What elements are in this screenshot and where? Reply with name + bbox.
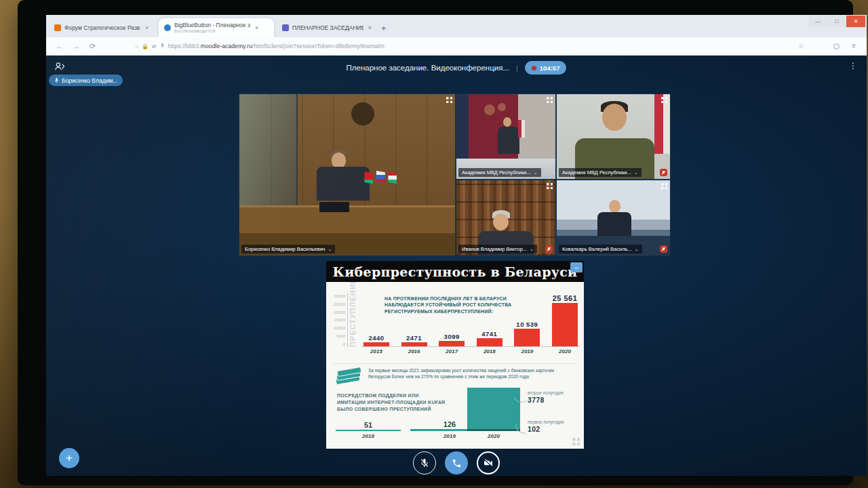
screen: Форум Стратегическое Разв... × BigBlueBu… bbox=[46, 15, 867, 476]
flag-russia bbox=[376, 171, 385, 183]
flag-belarus bbox=[364, 171, 373, 184]
fullscreen-icon[interactable] bbox=[547, 97, 553, 103]
extension-icon[interactable]: ⇄ bbox=[152, 43, 157, 49]
annotation-label: второе полугодие bbox=[528, 390, 564, 395]
back-button[interactable]: ← bbox=[56, 42, 63, 50]
tv-monitor-bezel: Форум Стратегическое Разв... × BigBlueBu… bbox=[18, 0, 853, 485]
tab-title: Форум Стратегическое Разв... bbox=[64, 24, 140, 31]
chevron-down-icon: ⌄ bbox=[534, 170, 538, 176]
annotation-value: 102 bbox=[528, 425, 564, 434]
annotation-label: первое полугодие bbox=[528, 420, 564, 424]
browser-tab-bar: Форум Стратегическое Разв... × BigBlueBu… bbox=[46, 15, 867, 37]
tab-close-icon[interactable]: × bbox=[368, 24, 372, 31]
window-maximize-button[interactable]: □ bbox=[827, 16, 846, 27]
person-head bbox=[609, 200, 620, 213]
options-kebab-menu[interactable]: ⋮ bbox=[849, 61, 857, 70]
mute-button[interactable] bbox=[413, 451, 436, 474]
kufar-annotation-h1: первое полугодие 102 bbox=[528, 420, 564, 434]
glass-partition bbox=[239, 94, 298, 210]
url-domain: moodle-academy.ru bbox=[201, 43, 252, 49]
person-head bbox=[332, 152, 346, 169]
y-axis-ticks: 300002500020000150001000050000 bbox=[329, 294, 345, 346]
site-info-icon[interactable]: ○ bbox=[135, 43, 138, 49]
fullscreen-icon[interactable] bbox=[446, 97, 452, 103]
bbb-app: Пленарное заседание. Видеоконференция...… bbox=[46, 56, 867, 476]
slide-fullscreen-icon[interactable] bbox=[572, 438, 580, 445]
chevron-down-icon: ⌄ bbox=[530, 247, 534, 252]
card-fraud-text: За первые месяцы 2021 зафиксирован рост … bbox=[368, 367, 576, 380]
bar-group: 25 5612020 bbox=[550, 294, 580, 346]
fullscreen-icon[interactable] bbox=[547, 183, 553, 189]
fullscreen-icon[interactable] bbox=[661, 97, 667, 103]
person-body bbox=[597, 212, 631, 238]
mic-permission-icon[interactable] bbox=[160, 43, 165, 50]
presentation-area: Киберпреступность в Беларуси – 300002500… bbox=[326, 261, 584, 449]
minimize-presentation-button[interactable]: – bbox=[570, 262, 583, 272]
muted-mic-icon bbox=[660, 169, 667, 176]
recording-time: 104:57 bbox=[540, 64, 560, 72]
video-user-name: Иванов Владимир Виктор... bbox=[462, 246, 527, 252]
cybercrime-chart: 300002500020000150001000050000 ПРЕСТУПЛЕ… bbox=[329, 285, 580, 361]
video-user-label[interactable]: Ковалкарь Валерий Василь... ⌄ bbox=[559, 245, 642, 253]
tab-close-icon[interactable]: × bbox=[255, 24, 258, 31]
video-user-label[interactable]: Академия МВД Республики... ⌄ bbox=[559, 168, 642, 177]
video-tile-borisenko[interactable]: Борисенко Владимир Васильевич ⌄ bbox=[239, 94, 455, 256]
actions-plus-button[interactable]: + bbox=[59, 448, 79, 468]
talking-indicator[interactable]: Борисенко Владим... bbox=[49, 75, 123, 86]
slide-content: 300002500020000150001000050000 ПРЕСТУПЛЕ… bbox=[326, 282, 584, 449]
chevron-down-icon: ⌄ bbox=[328, 247, 332, 252]
recording-dot-icon bbox=[532, 66, 536, 70]
url-path: /html5client/join?sessionToken=difeBemy9… bbox=[252, 43, 384, 49]
backdrop-emblem bbox=[484, 104, 495, 115]
chevron-down-icon: ⌄ bbox=[635, 247, 639, 252]
kufar-column: 2020 bbox=[467, 387, 520, 431]
slide-title: Киберпреступность в Беларуси bbox=[333, 264, 578, 279]
person-head bbox=[493, 214, 509, 230]
refresh-button[interactable]: ⟳ bbox=[90, 42, 96, 51]
bar-group: 24402015 bbox=[361, 334, 391, 346]
person-head bbox=[503, 117, 511, 127]
video-user-label[interactable]: Борисенко Владимир Васильевич ⌄ bbox=[241, 245, 335, 253]
window-close-button[interactable]: ✕ bbox=[846, 16, 865, 27]
tab-close-icon[interactable]: × bbox=[145, 24, 149, 31]
video-tile-kovalkar[interactable]: Ковалкарь Валерий Василь... ⌄ bbox=[557, 180, 670, 256]
header-divider: | bbox=[516, 64, 518, 72]
bar-group: 24712016 bbox=[399, 334, 429, 346]
person-head bbox=[602, 104, 627, 131]
bookmark-star-icon[interactable]: ☆ bbox=[798, 42, 804, 49]
forward-button[interactable]: → bbox=[73, 42, 80, 50]
recording-indicator[interactable]: 104:57 bbox=[525, 61, 567, 75]
video-tile-ivanov[interactable]: Иванов Владимир Виктор... ⌄ bbox=[456, 180, 555, 256]
url-text: https://bbb3.moodle-academy.ru/html5clie… bbox=[168, 43, 384, 49]
leave-audio-button[interactable] bbox=[445, 451, 468, 474]
kufar-column: 512018 bbox=[336, 421, 401, 431]
video-user-label[interactable]: Иванов Владимир Виктор... ⌄ bbox=[458, 245, 537, 253]
video-tile-academy-1[interactable]: Академия МВД Республики... ⌄ bbox=[456, 94, 555, 179]
y-axis-line bbox=[347, 293, 348, 347]
y-axis-label: ПРЕСТУПЛЕНИЙ bbox=[349, 296, 357, 347]
meeting-title: Пленарное заседание. Видеоконференция... bbox=[347, 64, 509, 72]
tab-forum[interactable]: Форум Стратегическое Разв... × bbox=[49, 18, 157, 37]
divider bbox=[333, 363, 577, 364]
webcam-button[interactable] bbox=[477, 451, 500, 474]
tab-plenary[interactable]: ПЛЕНАРНОЕ ЗАСЕДАНИЕ - Б... × bbox=[277, 18, 377, 37]
lock-icon: 🔒 bbox=[142, 43, 149, 49]
video-user-label[interactable]: Академия МВД Республики... ⌄ bbox=[458, 168, 541, 177]
new-tab-button[interactable]: + bbox=[381, 23, 387, 33]
person-body bbox=[317, 167, 370, 201]
tab-bigbluebutton-active[interactable]: BigBlueButton - Пленарное за... ВОСПРОИЗ… bbox=[159, 18, 274, 37]
bar-group: 10 5392019 bbox=[512, 321, 542, 346]
talking-user-name: Борисенко Владим... bbox=[62, 77, 117, 84]
backdrop-emblem bbox=[498, 103, 506, 111]
cyber-chart-bars: 2440201524712016309920174741201810 53920… bbox=[361, 285, 580, 347]
table-flags bbox=[518, 120, 525, 138]
browser-menu-icon[interactable]: ≡ bbox=[852, 42, 856, 49]
video-tile-academy-2[interactable]: Академия МВД Республики... ⌄ bbox=[557, 94, 670, 179]
window-controls: — □ ✕ bbox=[808, 16, 865, 27]
fullscreen-icon[interactable] bbox=[661, 183, 667, 189]
muted-mic-icon bbox=[660, 245, 667, 253]
window-minimize-button[interactable]: — bbox=[808, 16, 827, 27]
browser-url-bar: ← → ⟳ ○ 🔒 ⇄ https://bbb3.moodle-academy.… bbox=[46, 37, 867, 56]
profile-icon[interactable] bbox=[833, 43, 840, 49]
address-field[interactable]: ○ 🔒 ⇄ https://bbb3.moodle-academy.ru/htm… bbox=[135, 43, 384, 50]
